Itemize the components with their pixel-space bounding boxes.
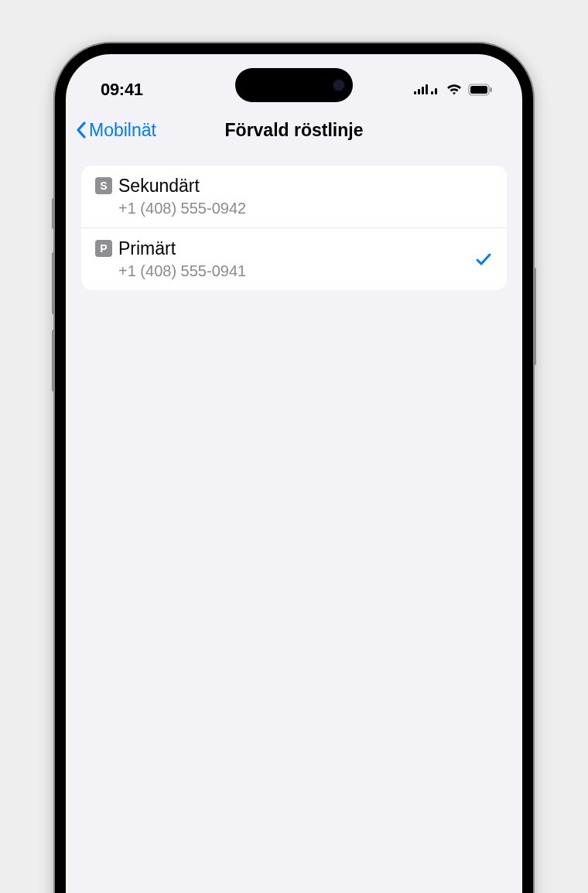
- svg-rect-4: [431, 91, 433, 94]
- svg-rect-1: [418, 89, 420, 94]
- line-option-primary[interactable]: P Primärt +1 (408) 555-0941: [81, 228, 507, 290]
- battery-icon: [468, 84, 493, 96]
- page-title: Förvald röstlinje: [225, 120, 364, 141]
- content: S Sekundärt +1 (408) 555-0942 P Primärt …: [66, 152, 522, 304]
- svg-rect-5: [435, 88, 437, 94]
- wifi-icon: [446, 84, 463, 96]
- line-subtitle: +1 (408) 555-0941: [118, 261, 474, 281]
- svg-rect-0: [414, 91, 416, 94]
- status-icons: [414, 84, 493, 96]
- line-title: Sekundärt: [118, 175, 493, 198]
- line-option-secondary[interactable]: S Sekundärt +1 (408) 555-0942: [81, 166, 507, 228]
- svg-rect-8: [470, 86, 487, 94]
- back-button[interactable]: Mobilnät: [75, 120, 156, 141]
- voice-line-list: S Sekundärt +1 (408) 555-0942 P Primärt …: [81, 166, 507, 290]
- svg-rect-2: [422, 87, 424, 94]
- sim-badge-icon: P: [95, 240, 112, 257]
- volume-up-button: [52, 252, 55, 314]
- phone-screen: 09:41: [66, 54, 522, 893]
- back-label: Mobilnät: [89, 120, 156, 141]
- chevron-back-icon: [75, 121, 87, 139]
- line-title: Primärt: [118, 238, 474, 261]
- volume-down-button: [52, 330, 55, 392]
- line-subtitle: +1 (408) 555-0942: [118, 198, 493, 218]
- svg-rect-9: [491, 87, 492, 92]
- dynamic-island: [235, 68, 353, 102]
- checkmark-icon: [474, 250, 493, 269]
- dual-signal-icon: [414, 84, 440, 96]
- sim-badge-icon: S: [95, 177, 112, 194]
- svg-rect-3: [426, 84, 428, 94]
- nav-bar: Mobilnät Förvald röstlinje: [66, 108, 522, 152]
- camera-dot: [333, 79, 345, 91]
- power-button: [533, 268, 536, 365]
- line-text: Sekundärt +1 (408) 555-0942: [118, 175, 493, 218]
- status-time: 09:41: [101, 80, 143, 100]
- line-text: Primärt +1 (408) 555-0941: [118, 238, 474, 281]
- phone-frame: 09:41: [55, 43, 533, 893]
- ring-switch: [52, 198, 55, 229]
